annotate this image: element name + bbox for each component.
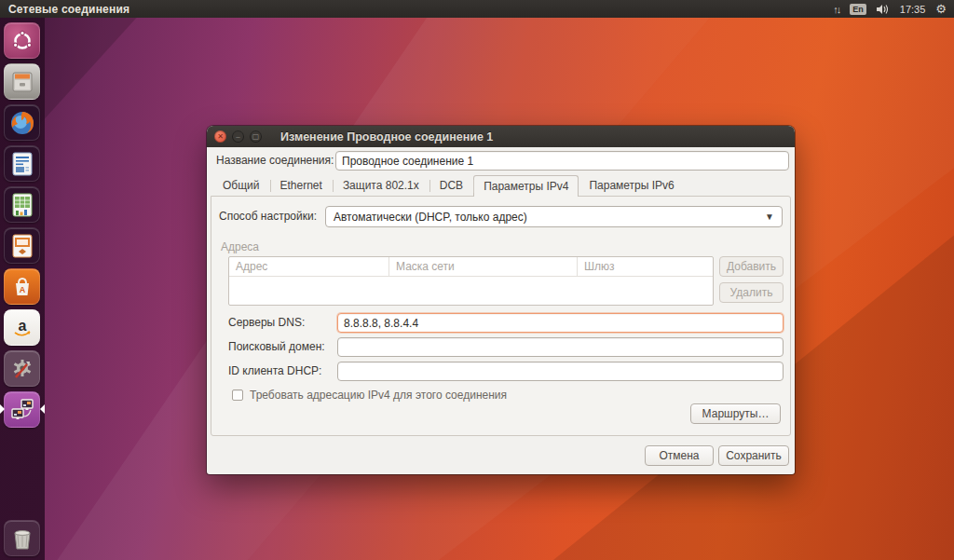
focused-app-indicator-right	[40, 404, 45, 414]
require-ipv4-checkbox[interactable]	[232, 389, 243, 401]
tab-bar: Общий Ethernet Защита 802.1x DCB Парамет…	[212, 175, 685, 196]
focused-app-indicator-left	[0, 404, 5, 414]
edit-connection-dialog: ✕ – ▢ Изменение Проводное соединение 1 Н…	[207, 126, 795, 474]
maximize-icon[interactable]: ▢	[250, 130, 262, 143]
search-domains-label: Поисковый домен:	[228, 337, 325, 357]
top-panel: Сетевые соединения ↑↓ En 17:35 ⚙	[0, 0, 954, 18]
connection-name-label: Название соединения:	[216, 151, 334, 171]
network-indicator-icon[interactable]: ↑↓	[833, 4, 839, 15]
dialog-titlebar[interactable]: ✕ – ▢ Изменение Проводное соединение 1	[207, 126, 795, 147]
column-header-gateway: Шлюз	[578, 257, 713, 276]
add-address-button[interactable]: Добавить	[719, 256, 784, 277]
network-connections-icon[interactable]	[4, 391, 40, 428]
method-selected-value: Автоматически (DHCP, только адрес)	[334, 211, 527, 224]
delete-address-button[interactable]: Удалить	[719, 282, 784, 303]
libreoffice-impress-icon[interactable]	[4, 227, 40, 264]
unity-launcher: A a	[0, 18, 45, 560]
ubuntu-dash-icon[interactable]	[4, 22, 40, 59]
amazon-icon[interactable]: a	[4, 309, 40, 346]
column-header-address: Адрес	[229, 257, 389, 276]
search-domains-input[interactable]	[337, 337, 784, 357]
chevron-down-icon: ▼	[765, 212, 774, 222]
firefox-icon[interactable]	[4, 104, 40, 141]
session-gear-icon[interactable]: ⚙	[935, 3, 947, 15]
addresses-table-header: Адрес Маска сети Шлюз	[229, 257, 713, 277]
cancel-button[interactable]: Отмена	[645, 445, 714, 466]
dhcp-client-id-input[interactable]	[337, 362, 784, 381]
tab-ipv4-settings[interactable]: Параметры IPv4	[473, 175, 579, 197]
connection-name-input[interactable]	[335, 151, 789, 171]
save-button[interactable]: Сохранить	[718, 445, 789, 466]
ipv4-settings-panel: Способ настройки: Автоматически (DHCP, т…	[211, 196, 791, 436]
method-label: Способ настройки:	[219, 207, 317, 226]
dns-servers-label: Серверы DNS:	[228, 313, 305, 333]
software-center-icon[interactable]: A	[4, 268, 40, 305]
trash-icon[interactable]	[4, 520, 40, 556]
dns-servers-input[interactable]	[337, 313, 784, 333]
method-dropdown[interactable]: Автоматически (DHCP, только адрес) ▼	[325, 206, 783, 227]
tab-8021x-security[interactable]: Защита 802.1x	[333, 175, 429, 196]
require-ipv4-row[interactable]: Требовать адресацию IPv4 для этого соеди…	[232, 389, 507, 402]
minimize-icon[interactable]: –	[232, 130, 244, 143]
addresses-section-label: Адреса	[221, 238, 259, 257]
libreoffice-calc-icon[interactable]	[4, 186, 40, 223]
require-ipv4-label: Требовать адресацию IPv4 для этого соеди…	[250, 389, 507, 402]
routes-button[interactable]: Маршруты…	[690, 403, 781, 424]
dialog-title: Изменение Проводное соединение 1	[280, 130, 493, 143]
keyboard-layout-indicator[interactable]: En	[850, 4, 866, 15]
tab-dcb[interactable]: DCB	[429, 175, 473, 196]
addresses-table[interactable]: Адрес Маска сети Шлюз	[228, 256, 714, 306]
clock[interactable]: 17:35	[900, 4, 926, 15]
tab-ipv6-settings[interactable]: Параметры IPv6	[579, 175, 684, 196]
column-header-netmask: Маска сети	[389, 257, 578, 276]
close-icon[interactable]: ✕	[214, 130, 226, 143]
tab-ethernet[interactable]: Ethernet	[270, 175, 333, 196]
system-settings-icon[interactable]	[4, 350, 40, 387]
files-icon[interactable]	[4, 63, 40, 100]
dhcp-client-id-label: ID клиента DHCP:	[228, 362, 321, 381]
system-tray: ↑↓ En 17:35 ⚙	[833, 3, 954, 15]
volume-icon[interactable]	[877, 4, 890, 15]
svg-text:A: A	[19, 285, 25, 294]
active-app-title: Сетевые соединения	[0, 3, 129, 16]
tab-general[interactable]: Общий	[212, 175, 270, 196]
libreoffice-writer-icon[interactable]	[4, 145, 40, 182]
svg-text:a: a	[18, 318, 26, 334]
